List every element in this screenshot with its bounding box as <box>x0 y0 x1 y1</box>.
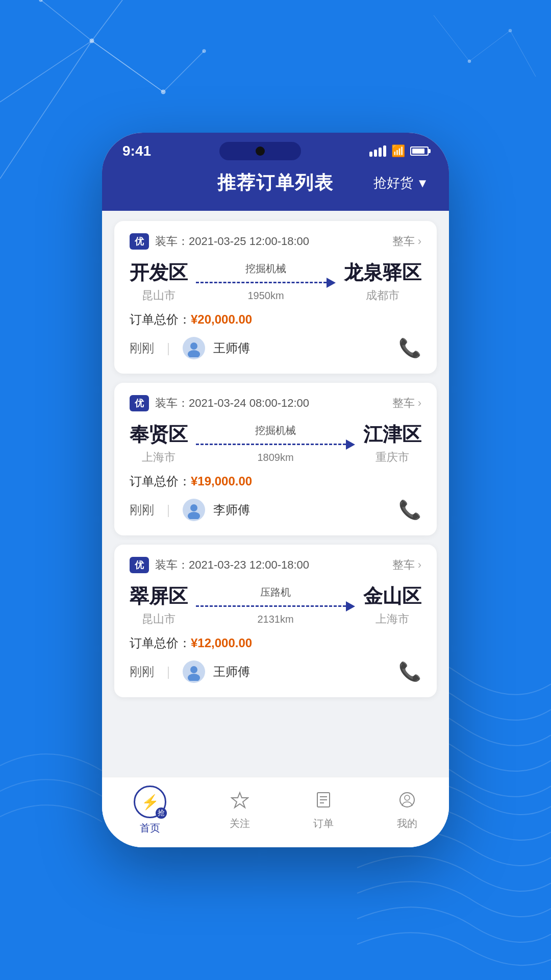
svg-point-15 <box>509 29 512 32</box>
status-time: 9:41 <box>122 143 151 159</box>
nav-profile[interactable]: 我的 <box>397 791 417 830</box>
driver-name-3: 王师傅 <box>213 664 250 680</box>
route-section-3: 翠屏区 昆山市 压路机 2131km 金山区 上海市 <box>130 583 421 627</box>
svg-line-5 <box>0 41 92 179</box>
top-bar: 9:41 📶 推荐订单列表 抢好货 ▼ <box>102 133 449 211</box>
svg-line-2 <box>92 0 122 41</box>
price-row-2: 订单总价：¥19,000.00 <box>130 473 421 489</box>
price-label-1: 订单总价： <box>130 312 191 326</box>
filter-icon: ▼ <box>416 176 429 190</box>
priority-badge-1: 优 <box>130 233 149 250</box>
load-time-1: 装车：2021-03-25 12:00-18:00 <box>155 234 309 249</box>
price-label-2: 订单总价： <box>130 474 191 488</box>
time-ago-3: 刚刚 <box>130 664 154 680</box>
svg-point-20 <box>190 666 197 673</box>
bottom-nav: ⚡ 抢 首页 关注 订单 <box>102 777 449 847</box>
driver-row-3: 刚刚 ｜ 王师傅 📞 <box>130 660 421 683</box>
card-header-1: 优 装车：2021-03-25 12:00-18:00 整车 › <box>130 233 421 250</box>
svg-line-6 <box>41 0 92 41</box>
nav-orders-label: 订单 <box>313 817 334 830</box>
route-section-1: 开发区 昆山市 挖掘机械 1950km 龙泉驿区 成都市 <box>130 260 421 303</box>
wifi-icon: 📶 <box>391 144 405 158</box>
cargo-type-1: 挖掘机械 <box>245 262 286 276</box>
order-card-1[interactable]: 优 装车：2021-03-25 12:00-18:00 整车 › 开发区 昆山市… <box>114 221 437 374</box>
type-label-3: 整车 <box>392 557 415 573</box>
nav-home-label: 首页 <box>140 821 160 835</box>
priority-badge-3: 优 <box>130 557 149 573</box>
type-label-2: 整车 <box>392 396 415 411</box>
header-title: 推荐订单列表 <box>217 170 334 195</box>
distance-2: 1809km <box>257 452 293 463</box>
origin-city-3: 翠屏区 <box>130 583 188 609</box>
driver-name-2: 李师傅 <box>213 502 250 518</box>
dest-2: 江津区 重庆市 <box>363 422 421 465</box>
orders-icon <box>314 791 333 814</box>
price-value-2: ¥19,000.00 <box>191 474 252 488</box>
signal-icon <box>369 145 386 157</box>
nav-orders[interactable]: 订单 <box>313 791 334 830</box>
price-row-3: 订单总价：¥12,000.00 <box>130 635 421 651</box>
phone-frame: 9:41 📶 推荐订单列表 抢好货 ▼ <box>102 133 449 847</box>
time-ago-2: 刚刚 <box>130 502 154 518</box>
origin-3: 翠屏区 昆山市 <box>130 583 188 627</box>
load-time-2: 装车：2021-03-24 08:00-12:00 <box>155 396 309 411</box>
origin-sub-2: 上海市 <box>130 450 188 465</box>
svg-line-3 <box>92 41 163 92</box>
call-button-3[interactable]: 📞 <box>398 661 421 682</box>
distance-1: 1950km <box>247 290 284 302</box>
svg-line-1 <box>92 41 163 92</box>
route-middle-3: 压路机 2131km <box>188 585 363 625</box>
svg-line-11 <box>434 15 469 61</box>
cargo-type-2: 挖掘机械 <box>255 424 296 437</box>
route-middle-1: 挖掘机械 1950km <box>188 262 344 302</box>
price-value-1: ¥20,000.00 <box>191 312 252 326</box>
dest-sub-3: 上海市 <box>363 611 421 627</box>
origin-sub-1: 昆山市 <box>130 288 188 303</box>
route-arrow-1 <box>196 278 336 288</box>
card-header-2: 优 装车：2021-03-24 08:00-12:00 整车 › <box>130 395 421 411</box>
svg-point-21 <box>188 674 200 681</box>
driver-avatar-2 <box>183 499 205 521</box>
order-card-2[interactable]: 优 装车：2021-03-24 08:00-12:00 整车 › 奉贤区 上海市… <box>114 383 437 535</box>
driver-avatar-3 <box>183 660 205 683</box>
dest-city-1: 龙泉驿区 <box>344 260 421 286</box>
nav-follow[interactable]: 关注 <box>230 791 250 830</box>
dest-1: 龙泉驿区 成都市 <box>344 260 421 303</box>
svg-point-17 <box>188 350 200 357</box>
priority-badge-2: 优 <box>130 395 149 411</box>
driver-row-1: 刚刚 ｜ 王师傅 📞 <box>130 337 421 359</box>
filter-button[interactable]: 抢好货 ▼ <box>373 174 429 192</box>
cargo-type-3: 压路机 <box>260 585 291 599</box>
price-value-3: ¥12,000.00 <box>191 636 252 650</box>
dest-city-3: 金山区 <box>363 583 421 609</box>
origin-1: 开发区 昆山市 <box>130 260 188 303</box>
distance-3: 2131km <box>257 614 293 625</box>
dest-sub-1: 成都市 <box>344 288 421 303</box>
origin-city-2: 奉贤区 <box>130 422 188 448</box>
call-button-1[interactable]: 📞 <box>398 337 421 359</box>
svg-point-28 <box>405 795 410 800</box>
route-section-2: 奉贤区 上海市 挖掘机械 1809km 江津区 重庆市 <box>130 422 421 465</box>
nav-follow-label: 关注 <box>230 817 250 830</box>
svg-line-12 <box>469 31 510 61</box>
filter-label: 抢好货 <box>373 174 413 192</box>
svg-marker-22 <box>232 793 248 807</box>
route-arrow-2 <box>196 439 355 450</box>
route-middle-2: 挖掘机械 1809km <box>188 424 363 463</box>
status-icons: 📶 <box>369 144 429 158</box>
app-header: 推荐订单列表 抢好货 ▼ <box>102 160 449 211</box>
call-button-2[interactable]: 📞 <box>398 499 421 521</box>
svg-point-18 <box>190 504 197 511</box>
origin-city-1: 开发区 <box>130 260 188 286</box>
order-card-3[interactable]: 优 装车：2021-03-23 12:00-18:00 整车 › 翠屏区 昆山市… <box>114 545 437 697</box>
origin-sub-3: 昆山市 <box>130 611 188 627</box>
nav-home[interactable]: ⚡ 抢 首页 <box>134 786 166 835</box>
svg-point-9 <box>39 0 42 2</box>
chevron-icon-1: › <box>418 235 421 248</box>
battery-icon <box>410 146 429 156</box>
svg-point-10 <box>203 50 206 53</box>
svg-point-8 <box>161 90 165 94</box>
svg-line-4 <box>163 51 204 92</box>
camera-dot <box>256 146 265 156</box>
driver-name-1: 王师傅 <box>213 340 250 356</box>
